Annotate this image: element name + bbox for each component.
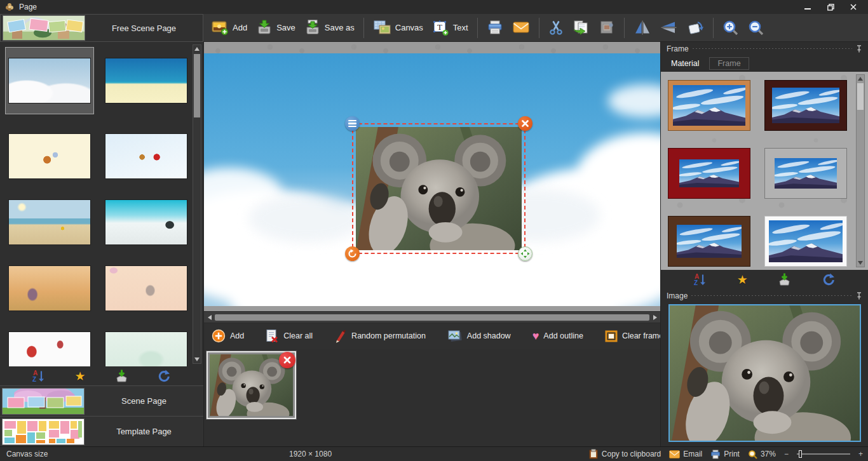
paste-icon — [599, 20, 615, 36]
cut-button[interactable] — [544, 18, 568, 37]
scroll-thumb[interactable] — [194, 54, 200, 117]
download-icon[interactable] — [777, 272, 792, 286]
zoom-slider-handle[interactable] — [799, 450, 802, 458]
scene-thumbnail-blue-sky-sand[interactable] — [102, 57, 191, 105]
template-page-button[interactable]: Template Page — [0, 416, 203, 446]
scene-thumbnail-beach[interactable] — [5, 198, 94, 246]
tab-material[interactable]: Material — [668, 57, 702, 70]
copy-button[interactable] — [568, 18, 594, 37]
minimize-button[interactable] — [798, 1, 817, 13]
download-icon[interactable] — [114, 369, 129, 383]
scene-thumbnail-mint-heart[interactable] — [102, 330, 191, 366]
scene-thumbnail-winter-chair[interactable] — [102, 198, 191, 246]
scroll-up-arrow[interactable] — [857, 75, 864, 83]
sort-icon[interactable]: A Z — [693, 272, 707, 286]
pin-icon[interactable] — [856, 45, 862, 53]
print-button[interactable] — [482, 18, 508, 37]
frame-thumbnail-dark-mahogany[interactable] — [765, 81, 846, 130]
frame-thumbnail-gray-stone[interactable] — [765, 149, 846, 198]
scene-thumbnail-image — [8, 133, 91, 179]
email-button[interactable] — [508, 18, 534, 37]
header-leader — [693, 48, 852, 49]
random-permutation-label: Random permutation — [351, 331, 426, 340]
selected-image-preview[interactable] — [668, 304, 861, 442]
scene-thumbnail-desert-pony[interactable] — [5, 264, 94, 312]
object-resize-handle[interactable] — [518, 246, 532, 261]
paste-button[interactable] — [594, 18, 620, 37]
scroll-down-arrow[interactable] — [193, 356, 201, 363]
scene-thumbnail-cloudy-sky[interactable] — [5, 47, 94, 114]
image-panel-header: Image — [661, 289, 868, 302]
remove-object-badge[interactable] — [279, 352, 295, 368]
object-add-button[interactable]: Add — [212, 329, 244, 343]
zoom-in-button[interactable] — [718, 18, 743, 38]
add-circle-icon — [212, 329, 226, 343]
pin-icon[interactable] — [856, 292, 862, 300]
add-shadow-button[interactable]: Add shadow — [447, 330, 511, 343]
scene-thumbnail-cream-christmas[interactable] — [5, 132, 94, 180]
save-button[interactable]: Save — [252, 18, 300, 37]
close-icon — [850, 4, 857, 10]
scene-thumbnail-balloons[interactable] — [5, 330, 94, 366]
frame-thumbnail-dark-wood-plank[interactable] — [668, 217, 750, 266]
resize-arrows-icon — [520, 249, 530, 258]
zoom-out-button[interactable] — [743, 18, 769, 38]
text-button[interactable]: T Text — [428, 18, 473, 37]
scroll-right-arrow[interactable] — [651, 315, 658, 320]
material-scrollbar[interactable] — [856, 74, 865, 267]
copy-to-clipboard-button[interactable]: Copy to clipboard — [588, 449, 661, 459]
selected-photo-object[interactable] — [352, 123, 526, 254]
save-as-button[interactable]: Save as — [300, 18, 359, 37]
remove-x-icon — [283, 356, 291, 364]
print-status-button[interactable]: Print — [710, 450, 740, 459]
flip-horizontal-button[interactable] — [629, 18, 656, 37]
sort-icon[interactable]: A Z — [32, 369, 46, 383]
favorites-star-icon[interactable]: ★ — [74, 370, 85, 382]
frame-preview-image — [775, 158, 837, 189]
canvas-work-area[interactable] — [204, 42, 660, 311]
scroll-thumb[interactable] — [857, 83, 864, 110]
scroll-up-arrow[interactable] — [193, 45, 201, 53]
clear-all-button[interactable]: Clear all — [266, 329, 313, 343]
frame-thumbnail-red-velvet[interactable] — [668, 149, 750, 198]
add-button[interactable]: Add — [207, 18, 252, 37]
minimize-icon — [804, 4, 811, 10]
tab-frame[interactable]: Frame — [709, 57, 749, 70]
free-scene-page-header[interactable]: Free Scene Page — [0, 14, 203, 42]
object-delete-handle[interactable] — [518, 116, 532, 131]
object-menu-handle[interactable] — [345, 116, 360, 131]
horizontal-scroll-thumb[interactable] — [215, 314, 649, 321]
zoom-in-plus[interactable]: + — [858, 450, 863, 458]
frame-thumbnail-white-matte[interactable] — [765, 217, 846, 266]
koala-photo[interactable] — [356, 127, 522, 250]
save-as-label: Save as — [325, 23, 355, 32]
random-permutation-button[interactable]: Random permutation — [334, 329, 426, 343]
scroll-left-arrow[interactable] — [206, 315, 213, 320]
scene-thumbnail-xmas-santa[interactable] — [102, 132, 191, 180]
favorites-star-icon[interactable]: ★ — [737, 274, 748, 286]
sidebar-scrollbar[interactable] — [193, 44, 201, 364]
close-button[interactable] — [844, 1, 863, 13]
refresh-icon[interactable] — [822, 272, 836, 286]
add-outline-button[interactable]: ♥ Add outline — [532, 330, 583, 342]
scene-page-button[interactable]: Scene Page — [0, 385, 203, 416]
scroll-down-arrow[interactable] — [857, 259, 864, 267]
frame-thumbnail-light-wood[interactable] — [668, 81, 750, 130]
zoom-slider[interactable] — [797, 453, 850, 455]
scene-thumbnail-pink-mouse[interactable] — [102, 264, 191, 312]
zoom-out-minus[interactable]: − — [784, 450, 789, 458]
email-status-button[interactable]: Email — [669, 450, 702, 458]
koala-object-thumbnail[interactable] — [207, 351, 296, 419]
heart-icon: ♥ — [532, 330, 539, 342]
restore-button[interactable] — [821, 1, 840, 13]
canvas-button[interactable]: Canvas — [369, 18, 428, 37]
canvas-horizontal-scrollbar[interactable] — [204, 311, 660, 323]
rotate-button[interactable] — [682, 18, 709, 37]
clear-frames-button[interactable]: Clear frames — [605, 330, 660, 342]
canvas-icon — [373, 20, 391, 36]
object-rotate-handle[interactable] — [345, 246, 360, 261]
flip-vertical-button[interactable] — [656, 18, 682, 37]
scene-thumbnail-image — [105, 265, 187, 311]
refresh-icon[interactable] — [157, 369, 171, 383]
add-image-icon — [212, 20, 229, 36]
